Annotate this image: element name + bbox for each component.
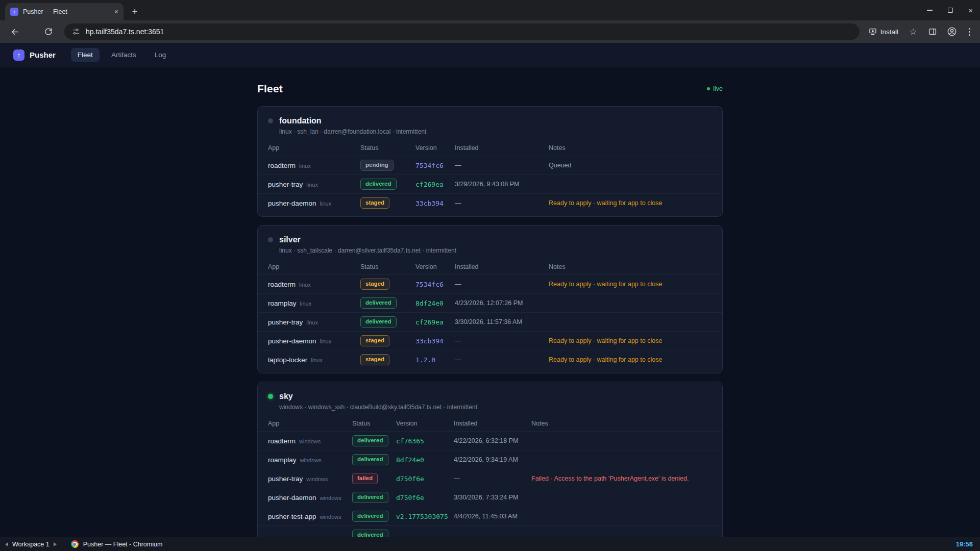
app-row-pusher-daemon: pusher-daemonwindowsdeliveredd750f6e3/30… — [258, 488, 722, 507]
note-cell: Failed · Access to the path 'PusherAgent… — [531, 475, 713, 482]
taskbar-window-title[interactable]: Pusher — Fleet - Chromium — [83, 541, 163, 548]
browser-tab[interactable]: ↑ Pusher — Fleet × — [5, 3, 124, 20]
status-badge-delivered: delivered — [352, 511, 388, 522]
version-hash: 33cb394 — [415, 337, 444, 345]
app-name: laptop-locker — [268, 356, 307, 364]
address-bar[interactable]: hp.tailf35da7.ts.net:3651 — [64, 23, 860, 40]
note-cell: Ready to apply · waiting for app to clos… — [549, 337, 713, 344]
app-cell: pusher-traylinux — [268, 317, 360, 327]
status-cell: staged — [360, 279, 415, 290]
host-meta: linux · ssh_lan · darren@foundation.loca… — [279, 128, 426, 135]
workspace-next-icon[interactable] — [54, 542, 57, 546]
live-indicator: live — [707, 85, 723, 92]
installed-cell: 3/30/2026, 11:57:36 AM — [455, 318, 549, 325]
version-cell: 8df24e0 — [396, 455, 454, 464]
host-name: sky — [279, 391, 477, 402]
window-maximize-button[interactable] — [948, 8, 953, 13]
window-minimize-button[interactable] — [927, 10, 933, 11]
status-badge-staged: staged — [360, 197, 389, 209]
app-name: roadterm — [268, 162, 296, 169]
taskbar-clock: 19:56 — [956, 540, 975, 548]
menu-kebab-icon[interactable] — [965, 28, 974, 36]
host-header-text: skywindows · windows_ssh · claudeBuild@s… — [279, 391, 477, 411]
workspace-label[interactable]: Workspace 1 — [12, 541, 50, 548]
nav-tab-log[interactable]: Log — [148, 48, 173, 62]
version-hash: cf269ea — [415, 181, 444, 188]
status-badge-staged: staged — [360, 335, 389, 346]
host-header: silverlinux · ssh_tailscale · darren@sil… — [258, 235, 722, 254]
url-text[interactable]: hp.tailf35da7.ts.net:3651 — [86, 28, 164, 36]
version-hash: 1.2.0 — [415, 356, 435, 364]
page-viewport: ↑ Pusher FleetArtifactsLog Fleet live fo… — [0, 43, 980, 537]
tab-close-icon[interactable]: × — [114, 8, 118, 15]
version-hash: cf269ea — [415, 318, 444, 326]
window-controls: × — [927, 0, 973, 20]
app-cell: pusher-traywindows — [268, 474, 352, 483]
column-header-version: Version — [415, 263, 455, 270]
platform-tag: linux — [306, 319, 318, 325]
side-panel-icon[interactable] — [926, 25, 939, 38]
version-hash: 33cb394 — [415, 199, 444, 207]
page-title: Fleet — [257, 83, 283, 95]
new-tab-button[interactable]: + — [128, 5, 142, 19]
workspace-prev-icon[interactable] — [5, 542, 8, 546]
platform-tag: linux — [299, 163, 311, 169]
platform-tag: windows — [299, 438, 321, 444]
install-button[interactable]: Install — [869, 28, 898, 36]
platform-tag: linux — [320, 201, 332, 207]
host-name: silver — [279, 235, 456, 245]
table-header-row: AppStatusVersionInstalledNotes — [258, 259, 722, 274]
note-cell: Ready to apply · waiting for app to clos… — [549, 281, 713, 288]
column-header-notes: Notes — [549, 144, 713, 152]
table-header-row: AppStatusVersionInstalledNotes — [258, 416, 722, 431]
status-cell: staged — [360, 197, 415, 209]
reload-button-icon[interactable] — [42, 25, 55, 38]
version-cell: 7534fc6 — [415, 161, 455, 170]
column-header-version: Version — [396, 420, 454, 427]
status-badge-delivered: delivered — [352, 530, 388, 537]
app-name: pusher-daemon — [268, 337, 316, 345]
app-name: pusher-tray — [268, 475, 303, 483]
status-badge-delivered: delivered — [352, 454, 388, 465]
status-badge-pending: pending — [360, 160, 394, 171]
status-cell: delivered — [352, 511, 396, 522]
column-header-status: Status — [352, 420, 396, 427]
app-name: roadterm — [268, 437, 296, 445]
app-name: pusher-test-app — [268, 513, 316, 520]
app-row-pusher-test-app: pusher-test-appwindowsdeliveredv2.177530… — [258, 507, 722, 525]
status-cell: delivered — [360, 179, 415, 190]
host-status-dot — [268, 118, 273, 123]
app-cell: pusher-daemonlinux — [268, 336, 360, 345]
app-row-pusher-tray: pusher-traylinuxdeliveredcf269ea3/29/202… — [258, 174, 722, 193]
bookmark-star-icon[interactable]: ☆ — [906, 25, 920, 38]
installed-cell: 3/30/2026, 7:33:24 PM — [454, 494, 531, 501]
status-badge-staged: staged — [360, 279, 389, 290]
chromium-icon[interactable] — [71, 540, 79, 548]
status-cell: delivered — [352, 435, 396, 446]
column-header-version: Version — [415, 144, 455, 152]
version-cell: 1.2.0 — [415, 355, 455, 364]
nav-tab-fleet[interactable]: Fleet — [71, 48, 100, 62]
version-cell: cf269ea — [415, 317, 455, 327]
back-button-icon[interactable] — [8, 25, 21, 38]
window-close-button[interactable]: × — [968, 7, 973, 14]
site-info-icon[interactable] — [71, 27, 81, 36]
toolbar-right-icons: ☆ — [906, 25, 974, 38]
status-cell: delivered — [360, 316, 415, 328]
version-hash: d750f6e — [396, 475, 424, 483]
host-header-text: silverlinux · ssh_tailscale · darren@sil… — [279, 235, 456, 254]
version-hash: 8df24e0 — [396, 456, 424, 464]
page-title-row: Fleet live — [257, 83, 723, 95]
host-status-dot — [268, 394, 273, 399]
profile-avatar-icon[interactable] — [945, 25, 959, 38]
app-cell: roamplaywindows — [268, 455, 352, 464]
status-cell: failed — [352, 473, 396, 484]
app-row-laptop-locker: laptop-lockerlinuxstaged1.2.0—Ready to a… — [258, 350, 722, 369]
app-name: roamplay — [268, 299, 297, 307]
note-cell: Queued — [549, 162, 713, 169]
app-row-roadterm: roadtermwindowsdeliveredcf763654/22/2026… — [258, 431, 722, 450]
column-header-app: App — [268, 420, 352, 427]
app-row-partial: delivered — [258, 525, 722, 537]
nav-tab-artifacts[interactable]: Artifacts — [105, 48, 143, 62]
app-name: roamplay — [268, 456, 297, 464]
